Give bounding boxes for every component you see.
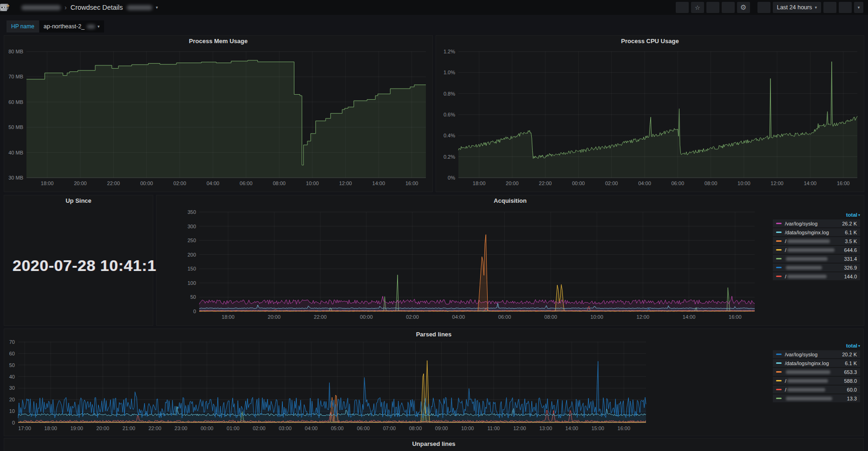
legend-row[interactable]: /var/log/syslog26.2 K: [773, 219, 860, 227]
chevron-down-icon: ▾: [98, 24, 100, 29]
panel-title-up-since[interactable]: Up Since: [4, 195, 153, 206]
redacted-series-label: [787, 388, 825, 392]
legend-row[interactable]: /144.0: [773, 272, 860, 280]
panel-unparsed-lines: Unparsed lines: [4, 438, 864, 451]
time-range-picker[interactable]: Last 24 hours ▾: [773, 2, 821, 13]
cpu-chart[interactable]: 18:0020:0022:0000:0002:0004:0006:0008:00…: [436, 48, 864, 192]
svg-text:08:00: 08:00: [544, 314, 557, 320]
breadcrumb-separator-icon: ›: [65, 4, 67, 11]
panel-title-parsed[interactable]: Parsed lines: [4, 329, 863, 340]
series-total: 653.3: [844, 369, 857, 375]
svg-text:18:00: 18:00: [473, 180, 486, 186]
breadcrumb-dashboard-title[interactable]: Crowdsec Details: [71, 4, 123, 11]
svg-text:04:00: 04:00: [305, 425, 318, 431]
legend-row[interactable]: 13.3: [773, 394, 860, 402]
share-dashboard-button[interactable]: [706, 2, 719, 13]
svg-text:40: 40: [9, 374, 15, 380]
panel-title-cpu[interactable]: Process CPU Usage: [436, 36, 864, 47]
svg-text:20: 20: [9, 397, 15, 402]
svg-text:02:00: 02:00: [173, 180, 186, 186]
legend-row[interactable]: /3.5 K: [773, 237, 860, 245]
legend-row[interactable]: /644.6: [773, 246, 860, 254]
legend-row[interactable]: /588.0: [773, 377, 860, 385]
panel-title-acquisition[interactable]: Acquisition: [157, 195, 864, 206]
cycle-view-mode-button[interactable]: [757, 2, 770, 13]
series-color-swatch: [776, 223, 782, 224]
acquisition-chart[interactable]: 18:0020:0022:0000:0002:0004:0006:0008:00…: [157, 207, 760, 325]
svg-text:00:00: 00:00: [572, 180, 585, 186]
svg-text:0.2%: 0.2%: [444, 154, 455, 160]
svg-text:18:00: 18:00: [44, 425, 57, 431]
refresh-interval-dropdown[interactable]: ▾: [854, 2, 863, 13]
svg-text:03:00: 03:00: [279, 425, 292, 431]
mem-chart[interactable]: 18:0020:0022:0000:0002:0004:0006:0008:00…: [4, 48, 432, 192]
svg-text:14:00: 14:00: [565, 425, 578, 431]
dashboard-settings-button[interactable]: ⚙: [737, 2, 750, 13]
parsed-lines-chart[interactable]: 17:0018:0019:0020:0021:0022:0023:0000:00…: [4, 339, 650, 436]
svg-text:06:00: 06:00: [498, 314, 511, 320]
svg-text:70: 70: [9, 339, 15, 345]
svg-text:16:00: 16:00: [729, 314, 742, 320]
legend-row[interactable]: /var/log/syslog20.2 K: [773, 350, 860, 358]
series-color-swatch: [776, 389, 782, 390]
svg-text:0.4%: 0.4%: [444, 133, 455, 138]
breadcrumb-folder-redacted[interactable]: [21, 5, 61, 10]
svg-text:18:00: 18:00: [222, 314, 235, 320]
series-total: 60.0: [847, 387, 857, 393]
time-range-caret-icon: ▾: [815, 5, 817, 10]
series-total: 644.6: [844, 247, 857, 253]
sort-caret-icon: ▾: [858, 344, 860, 348]
zoom-out-time-button[interactable]: [823, 2, 836, 13]
series-label[interactable]: /: [785, 274, 786, 279]
dashboard-title-caret-icon[interactable]: ▾: [156, 5, 158, 10]
series-label[interactable]: /data/logs/nginx.log: [785, 361, 829, 366]
legend-sort-total[interactable]: total▾: [773, 342, 860, 349]
star-dashboard-button[interactable]: ☆: [691, 2, 704, 13]
legend-row[interactable]: 331.4: [773, 255, 860, 263]
series-label[interactable]: /var/log/syslog: [785, 352, 817, 357]
svg-text:350: 350: [188, 209, 196, 215]
svg-text:1.0%: 1.0%: [444, 70, 455, 75]
series-color-swatch: [776, 258, 782, 259]
legend-row[interactable]: /data/logs/nginx.log6.1 K: [773, 359, 860, 367]
svg-text:02:00: 02:00: [605, 180, 618, 186]
redacted-series-label: [787, 239, 830, 243]
svg-text:30: 30: [9, 385, 15, 391]
svg-text:150: 150: [188, 266, 196, 271]
legend-sort-total[interactable]: total▾: [773, 211, 860, 219]
add-panel-button[interactable]: [676, 2, 689, 13]
series-label[interactable]: /: [785, 238, 786, 244]
legend-row[interactable]: 653.3: [773, 368, 860, 376]
panel-title-unparsed[interactable]: Unparsed lines: [4, 438, 863, 450]
series-color-swatch: [776, 380, 782, 381]
legend-row[interactable]: 326.9: [773, 264, 860, 271]
svg-text:10:00: 10:00: [590, 314, 603, 320]
svg-text:06:00: 06:00: [357, 425, 370, 431]
series-label[interactable]: /: [785, 378, 786, 384]
svg-text:14:00: 14:00: [683, 314, 696, 320]
series-label[interactable]: /: [785, 247, 786, 253]
save-dashboard-button[interactable]: [722, 2, 735, 13]
panel-process-mem-usage: Process Mem Usage 18:0020:0022:0000:0002…: [4, 35, 433, 192]
svg-text:12:00: 12:00: [513, 425, 526, 431]
panel-title-mem[interactable]: Process Mem Usage: [4, 36, 432, 47]
svg-text:19:00: 19:00: [70, 425, 83, 431]
refresh-button[interactable]: [839, 2, 852, 13]
panel-up-since: Up Since 2020-07-28 10:41:10: [4, 195, 153, 326]
variable-value[interactable]: ap-northeast-2_ ▾: [39, 20, 104, 32]
series-label[interactable]: /data/logs/nginx.log: [785, 230, 829, 235]
svg-text:16:00: 16:00: [837, 180, 850, 186]
series-label[interactable]: /var/log/syslog: [785, 221, 817, 226]
series-color-swatch: [776, 362, 782, 364]
svg-text:10:00: 10:00: [461, 425, 474, 431]
series-color-swatch: [776, 267, 782, 268]
legend-row[interactable]: /60.0: [773, 386, 860, 393]
series-label[interactable]: /: [785, 387, 786, 393]
svg-text:200: 200: [188, 252, 196, 258]
svg-text:70 MB: 70 MB: [8, 74, 23, 79]
redacted-series-label: [786, 397, 832, 400]
variable-hp-name-dropdown[interactable]: HP name ap-northeast-2_ ▾: [7, 20, 104, 32]
svg-text:18:00: 18:00: [41, 180, 54, 186]
svg-text:06:00: 06:00: [672, 180, 685, 186]
legend-row[interactable]: /data/logs/nginx.log6.1 K: [773, 228, 860, 236]
